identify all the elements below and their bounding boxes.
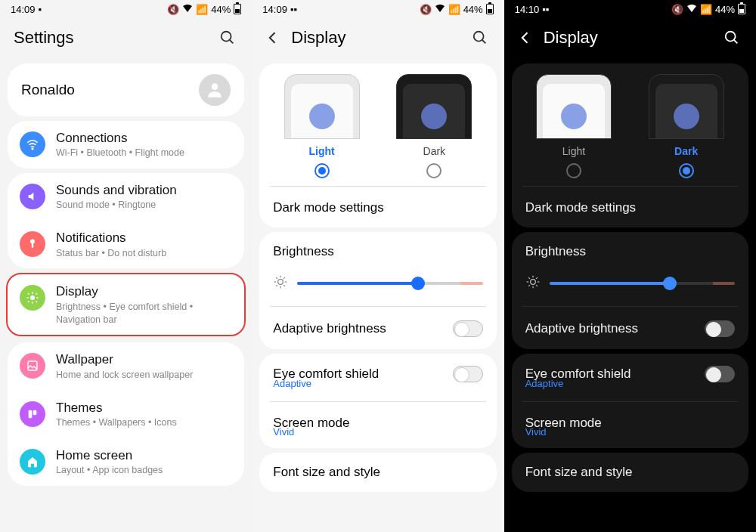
- font-row[interactable]: Font size and style: [512, 454, 748, 490]
- search-button[interactable]: [217, 27, 238, 48]
- notification-icon: [20, 231, 45, 257]
- theme-label: Light: [562, 145, 585, 157]
- svg-line-14: [36, 293, 38, 295]
- adaptive-brightness-row[interactable]: Adaptive brightness: [259, 310, 496, 348]
- header: Display: [504, 18, 756, 59]
- settings-item-display[interactable]: DisplayBrightness • Eye comfort shield •…: [6, 273, 246, 336]
- row-label: Dark mode settings: [525, 200, 636, 215]
- svg-line-25: [276, 277, 277, 279]
- svg-line-12: [36, 302, 38, 303]
- svg-rect-17: [33, 410, 37, 415]
- row-label: Adaptive brightness: [273, 321, 386, 336]
- back-button[interactable]: [518, 30, 533, 45]
- app-indicator-icon: ▪▪: [542, 4, 549, 15]
- avatar-icon: [199, 74, 231, 106]
- theme-label: Dark: [423, 145, 446, 157]
- dark-mode-settings-row[interactable]: Dark mode settings: [512, 190, 748, 226]
- battery-pct: 44%: [211, 4, 231, 15]
- profile-card[interactable]: Ronaldo: [8, 63, 244, 116]
- item-sub: Status bar • Do not disturb: [56, 247, 166, 260]
- radio-selected[interactable]: [314, 163, 330, 178]
- mute-icon: 🔇: [167, 4, 179, 15]
- sun-icon: [273, 274, 288, 292]
- settings-item-connections[interactable]: ConnectionsWi-Fi • Bluetooth • Flight mo…: [8, 121, 244, 169]
- wifi-icon: [435, 4, 445, 15]
- back-button[interactable]: [265, 30, 280, 45]
- theme-dark-option[interactable]: Dark: [378, 74, 491, 178]
- display-icon: [20, 285, 45, 311]
- svg-line-1: [230, 40, 234, 44]
- item-title: Home screen: [56, 447, 163, 463]
- svg-point-20: [278, 280, 284, 285]
- brightness-slider[interactable]: [550, 282, 735, 285]
- brightness-slider[interactable]: [297, 282, 482, 285]
- settings-item-notifications[interactable]: NotificationsStatus bar • Do not disturb: [8, 221, 244, 268]
- brightness-row: Brightness: [512, 234, 748, 270]
- settings-item-sounds[interactable]: Sounds and vibrationSound mode • Rington…: [8, 173, 244, 221]
- toggle-off[interactable]: [453, 366, 483, 382]
- svg-rect-15: [28, 361, 37, 370]
- font-section: Font size and style: [512, 453, 748, 492]
- app-indicator-icon: ▪: [39, 4, 42, 15]
- radio-selected[interactable]: [679, 163, 694, 178]
- battery-icon: [486, 4, 494, 14]
- wifi-icon: [182, 4, 193, 15]
- search-button[interactable]: [469, 27, 491, 48]
- svg-line-37: [536, 285, 538, 286]
- status-bar: 14:09 ▪ 🔇 📶 44%: [0, 0, 252, 18]
- signal-icon: 📶: [448, 4, 460, 15]
- page-title: Display: [544, 28, 598, 48]
- battery-icon: [738, 4, 745, 14]
- item-title: Display: [56, 283, 232, 299]
- app-indicator-icon: ▪▪: [290, 4, 297, 15]
- settings-item-wallpaper[interactable]: WallpaperHome and lock screen wallpaper: [8, 342, 244, 390]
- theme-label: Light: [309, 145, 335, 157]
- item-title: Connections: [56, 130, 184, 146]
- search-button[interactable]: [721, 27, 742, 48]
- status-bar: 14:10 ▪▪ 🔇📶44%: [504, 0, 756, 18]
- svg-rect-16: [29, 410, 33, 418]
- status-bar: 14:09 ▪▪ 🔇📶44%: [252, 0, 503, 18]
- settings-group-3: WallpaperHome and lock screen wallpaper …: [8, 342, 244, 485]
- item-sub: Brightness • Eye comfort shield • Naviga…: [56, 301, 232, 326]
- radio-unselected[interactable]: [566, 163, 581, 178]
- theme-light-option[interactable]: Light: [518, 74, 631, 178]
- sun-icon: [525, 274, 541, 292]
- settings-item-home-screen[interactable]: Home screenLayout • App icon badges: [8, 438, 244, 486]
- brightness-section: Brightness Adaptive brightness: [512, 232, 748, 349]
- svg-point-3: [32, 148, 33, 150]
- settings-group-2: Sounds and vibrationSound mode • Rington…: [8, 173, 244, 268]
- theme-section: Light Dark Dark mode settings: [259, 63, 496, 227]
- mute-icon: 🔇: [671, 4, 683, 15]
- svg-line-27: [276, 285, 277, 286]
- settings-group-1: ConnectionsWi-Fi • Bluetooth • Flight mo…: [8, 121, 244, 169]
- dark-preview: [649, 74, 724, 139]
- item-sub: Layout • App icon badges: [56, 464, 163, 477]
- battery-icon: [234, 4, 241, 14]
- row-label: Brightness: [525, 244, 586, 259]
- theme-section: Light Dark Dark mode settings: [512, 63, 748, 227]
- font-row[interactable]: Font size and style: [259, 454, 496, 490]
- item-title: Themes: [56, 400, 177, 416]
- theme-dark-option[interactable]: Dark: [630, 74, 742, 178]
- toggle-off[interactable]: [453, 320, 483, 337]
- radio-unselected[interactable]: [426, 163, 442, 178]
- toggle-off[interactable]: [705, 320, 735, 337]
- battery-pct: 44%: [715, 4, 735, 15]
- row-label: Adaptive brightness: [525, 321, 638, 336]
- theme-light-option[interactable]: Light: [265, 74, 378, 178]
- adaptive-brightness-row[interactable]: Adaptive brightness: [512, 310, 748, 348]
- dark-mode-settings-row[interactable]: Dark mode settings: [259, 190, 496, 226]
- svg-line-13: [28, 302, 29, 303]
- svg-point-18: [473, 32, 483, 42]
- themes-icon: [20, 401, 45, 427]
- header: Settings: [0, 18, 252, 59]
- row-label: Font size and style: [273, 465, 380, 480]
- signal-icon: 📶: [700, 4, 712, 15]
- toggle-off[interactable]: [705, 366, 735, 382]
- svg-point-2: [212, 83, 218, 90]
- row-label: Font size and style: [525, 465, 633, 480]
- theme-label: Dark: [674, 145, 698, 157]
- svg-point-4: [30, 240, 35, 244]
- settings-item-themes[interactable]: ThemesThemes • Wallpapers • Icons: [8, 391, 244, 438]
